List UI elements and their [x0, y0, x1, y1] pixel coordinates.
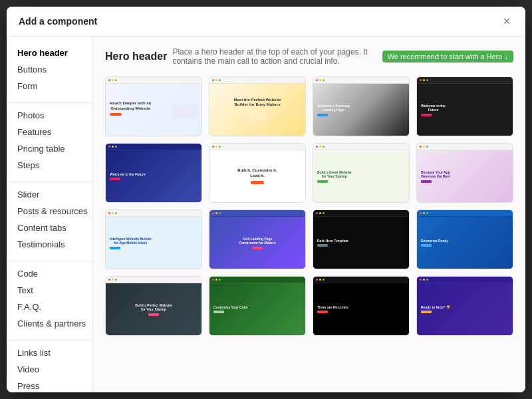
template-5[interactable]: Welcome to the Future: [105, 143, 202, 203]
sidebar-item-video[interactable]: Video: [7, 361, 92, 378]
modal-header: Add a component ×: [7, 7, 525, 37]
sidebar-item-buttons[interactable]: Buttons: [7, 61, 92, 78]
sidebar: Hero header Buttons Form Photos Features…: [7, 37, 93, 392]
content-section-title: Hero header: [105, 51, 167, 63]
modal-title: Add a component: [19, 16, 97, 27]
template-3[interactable]: Generate a StunningLanding Page: [313, 76, 410, 136]
sidebar-group-5: Links list Video Press Team: [7, 344, 92, 392]
sidebar-divider-1: [7, 102, 92, 103]
sidebar-item-text[interactable]: Text: [7, 282, 92, 299]
template-8[interactable]: Because Your AppDeserves the Best: [416, 143, 513, 203]
recommend-badge: We recommend to start with a Hero ↓: [382, 51, 513, 63]
add-component-modal: Add a component × Hero header Buttons Fo…: [7, 7, 525, 392]
sidebar-item-links-list[interactable]: Links list: [7, 344, 92, 361]
sidebar-item-form[interactable]: Form: [7, 78, 92, 94]
template-12[interactable]: Enterprise Ready: [416, 209, 513, 269]
template-10[interactable]: Civil Landing PageConstructor for Makers: [209, 209, 306, 269]
content-area: Hero header Place a hero header at the t…: [93, 37, 525, 392]
template-11[interactable]: Dark Hero Template: [313, 209, 410, 269]
sidebar-item-hero-header[interactable]: Hero header: [7, 45, 92, 61]
sidebar-group-1: Hero header Buttons Form: [7, 45, 92, 94]
template-13[interactable]: Build a Perfect Websitefor Your Startup: [105, 276, 202, 336]
sidebar-item-code[interactable]: Code: [7, 265, 92, 282]
template-16[interactable]: Ready to Kick? 🏆: [416, 276, 513, 336]
sidebar-item-testimonials[interactable]: Testimonials: [7, 236, 92, 253]
template-2[interactable]: Meet the Perfect WebsiteBuilder for Busy…: [209, 76, 306, 136]
template-6[interactable]: Built It. Customize It.Load It.: [209, 143, 306, 203]
sidebar-item-faq[interactable]: F.A.Q.: [7, 299, 92, 315]
sidebar-item-photos[interactable]: Photos: [7, 107, 92, 124]
sidebar-item-posts-resources[interactable]: Posts & resources: [7, 203, 92, 219]
sidebar-item-pricing-table[interactable]: Pricing table: [7, 140, 92, 157]
sidebar-item-features[interactable]: Features: [7, 124, 92, 140]
close-button[interactable]: ×: [500, 15, 513, 28]
template-15[interactable]: There are No Limits: [313, 276, 410, 336]
sidebar-group-3: Slider Posts & resources Content tabs Te…: [7, 186, 92, 253]
sidebar-item-clients-partners[interactable]: Clients & partners: [7, 315, 92, 332]
sidebar-item-press[interactable]: Press: [7, 378, 92, 392]
content-header: Hero header Place a hero header at the t…: [105, 47, 513, 66]
templates-grid: Reach Deeper with anOutstanding Website: [105, 76, 513, 336]
template-14[interactable]: Customize Your Color: [209, 276, 306, 336]
template-1[interactable]: Reach Deeper with anOutstanding Website: [105, 76, 202, 136]
sidebar-item-steps[interactable]: Steps: [7, 157, 92, 174]
modal-body: Hero header Buttons Form Photos Features…: [7, 37, 525, 392]
template-9[interactable]: Intelligent Website Builderfor App Mobil…: [105, 209, 202, 269]
template-4[interactable]: Welcome to theFuture: [416, 76, 513, 136]
sidebar-divider-4: [7, 340, 92, 340]
sidebar-item-content-tabs[interactable]: Content tabs: [7, 219, 92, 236]
sidebar-item-slider[interactable]: Slider: [7, 186, 92, 203]
sidebar-divider-3: [7, 261, 92, 261]
sidebar-group-2: Photos Features Pricing table Steps: [7, 107, 92, 174]
sidebar-group-4: Code Text F.A.Q. Clients & partners: [7, 265, 92, 332]
sidebar-divider-2: [7, 182, 92, 182]
content-description: Place a hero header at the top of each o…: [172, 47, 376, 66]
template-7[interactable]: Build a Great Websitefor Your Startup: [313, 143, 410, 203]
